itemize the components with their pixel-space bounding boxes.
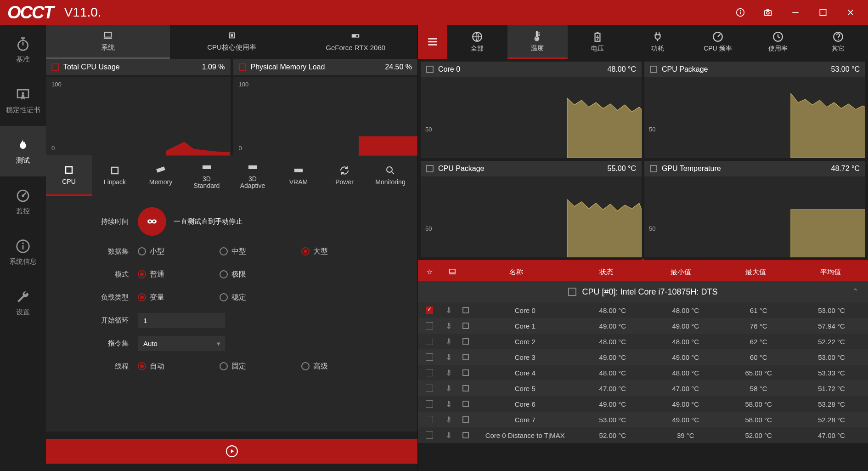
square-icon: [650, 66, 657, 73]
test-tab-vram[interactable]: VRAM: [276, 155, 321, 196]
checkbox[interactable]: [426, 369, 433, 376]
nav-monitor[interactable]: 监控: [0, 176, 46, 227]
row-avg: 57.94 °C: [795, 322, 868, 330]
test-tab-linpack[interactable]: Linpack: [92, 155, 138, 196]
checkbox[interactable]: [426, 431, 433, 439]
radio-normal[interactable]: 普通: [138, 270, 164, 279]
svg-point-38: [448, 311, 450, 312]
nav-sysinfo[interactable]: 系统信息: [0, 227, 46, 278]
svg-rect-23: [156, 166, 165, 173]
nav-test[interactable]: 测试: [0, 126, 46, 176]
infinity-button[interactable]: [138, 207, 166, 236]
row-min: 49.00 °C: [649, 322, 722, 330]
thermometer-icon: [441, 353, 457, 361]
rtab-voltage[interactable]: 电压: [568, 25, 628, 59]
splitter[interactable]: [418, 260, 868, 263]
table-row[interactable]: Core 1 49.00 °C 49.00 °C 76 °C 57.94 °C: [418, 318, 868, 334]
table-row[interactable]: Core 3 49.00 °C 49.00 °C 60 °C 53.00 °C: [418, 349, 868, 365]
test-tab-3dadp[interactable]: 3D Adaptive: [230, 155, 276, 196]
svg-point-19: [356, 35, 359, 37]
row-avg: 47.00 °C: [795, 431, 868, 439]
loop-input[interactable]: [138, 313, 225, 328]
thermometer-icon: [441, 400, 457, 408]
load-label: 负载类型: [55, 293, 138, 302]
rtab-power[interactable]: 功耗: [628, 25, 688, 59]
rtab-all[interactable]: 全部: [447, 25, 507, 59]
radio-auto[interactable]: 自动: [138, 362, 164, 371]
nav-certificate[interactable]: 稳定性证书: [0, 75, 46, 126]
rtab-temp[interactable]: 温度: [507, 25, 568, 59]
row-state: 53.00 °C: [576, 416, 649, 424]
svg-point-7: [18, 40, 28, 50]
rtab-cpufreq[interactable]: CPU 频率: [688, 25, 748, 59]
table-row[interactable]: Core 5 47.00 °C 47.00 °C 58 °C 51.72 °C: [418, 380, 868, 396]
table-row[interactable]: Core 4 48.00 °C 48.00 °C 65.00 °C 53.33 …: [418, 365, 868, 380]
radio-large[interactable]: 大型: [301, 247, 328, 256]
svg-rect-20: [358, 136, 417, 155]
svg-point-4: [767, 11, 769, 14]
radio-variable[interactable]: 变量: [138, 293, 164, 302]
row-min: 49.00 °C: [649, 416, 722, 424]
svg-rect-6: [820, 9, 826, 15]
test-tab-power[interactable]: Power: [321, 155, 367, 196]
square-icon: [51, 63, 59, 71]
svg-rect-25: [248, 165, 257, 169]
thermometer-icon: [531, 30, 543, 42]
titlebar: OCCT V11.0.: [0, 0, 868, 25]
checkbox[interactable]: [426, 322, 433, 329]
svg-point-42: [448, 374, 450, 375]
tab-cpucore[interactable]: CPU核心使用率: [170, 25, 294, 59]
search-icon: [385, 165, 396, 176]
svg-point-44: [448, 405, 450, 406]
svg-rect-37: [450, 269, 455, 272]
radio-advanced[interactable]: 高级: [301, 362, 328, 371]
rtab-usage[interactable]: 使用率: [748, 25, 808, 59]
chart-grid: Core 048.00 °C 50 CPU Package53.00 °C 50…: [418, 59, 868, 257]
row-min: 48.00 °C: [649, 338, 722, 346]
checkbox[interactable]: [426, 400, 433, 408]
svg-point-43: [448, 389, 450, 391]
square-icon: [239, 63, 246, 71]
table-row[interactable]: Core 6 49.00 °C 49.00 °C 58.00 °C 53.28 …: [418, 396, 868, 412]
screenshot-button[interactable]: [754, 0, 782, 25]
radio-steady[interactable]: 稳定: [220, 293, 246, 302]
radio-small[interactable]: 小型: [138, 247, 164, 256]
table-row[interactable]: Core 0 Distance to TjMAX 52.00 °C 39 °C …: [418, 427, 868, 443]
row-name: Core 0 Distance to TjMAX: [474, 431, 576, 439]
table-row[interactable]: Core 7 53.00 °C 49.00 °C 58.00 °C 52.28 …: [418, 412, 868, 427]
square-icon: [457, 369, 474, 376]
nav-benchmark[interactable]: 基准: [0, 25, 46, 75]
radio-fixed[interactable]: 固定: [220, 362, 246, 371]
table-row[interactable]: Core 0 48.00 °C 48.00 °C 61 °C 53.00 °C: [418, 302, 868, 318]
checkbox[interactable]: [426, 353, 433, 361]
table-row[interactable]: Core 2 48.00 °C 48.00 °C 62 °C 52.22 °C: [418, 334, 868, 349]
radio-extreme[interactable]: 极限: [220, 270, 246, 279]
test-tab-monitoring[interactable]: Monitoring: [367, 155, 413, 196]
test-tab-cpu[interactable]: CPU: [46, 155, 92, 196]
instr-select[interactable]: Auto: [138, 336, 225, 351]
radio-medium[interactable]: 中型: [220, 247, 246, 256]
row-name: Core 0: [474, 306, 576, 314]
close-button[interactable]: [837, 0, 864, 25]
checkbox[interactable]: [426, 338, 433, 345]
checkbox[interactable]: [426, 306, 433, 314]
tab-system[interactable]: 系统: [46, 25, 170, 59]
tab-gpu[interactable]: GeForce RTX 2060: [293, 25, 417, 59]
minimize-button[interactable]: [782, 0, 809, 25]
group-header[interactable]: CPU [#0]: Intel Core i7-10875H: DTS ⌃: [418, 281, 868, 302]
run-button[interactable]: [46, 439, 417, 464]
checkbox[interactable]: [426, 385, 433, 392]
rtab-other[interactable]: 其它: [808, 25, 868, 59]
test-tab-memory[interactable]: Memory: [138, 155, 184, 196]
menu-button[interactable]: [418, 25, 447, 59]
checkbox[interactable]: [426, 416, 433, 423]
loop-label: 开始循环: [55, 316, 138, 325]
nav-settings[interactable]: 设置: [0, 278, 46, 328]
svg-rect-22: [112, 167, 118, 174]
maximize-button[interactable]: [809, 0, 837, 25]
info-button[interactable]: [727, 0, 754, 25]
row-max: 58 °C: [722, 385, 795, 392]
svg-rect-5: [792, 12, 798, 13]
test-tab-3dstd[interactable]: 3D Standard: [184, 155, 230, 196]
infinity-icon: [144, 214, 160, 229]
